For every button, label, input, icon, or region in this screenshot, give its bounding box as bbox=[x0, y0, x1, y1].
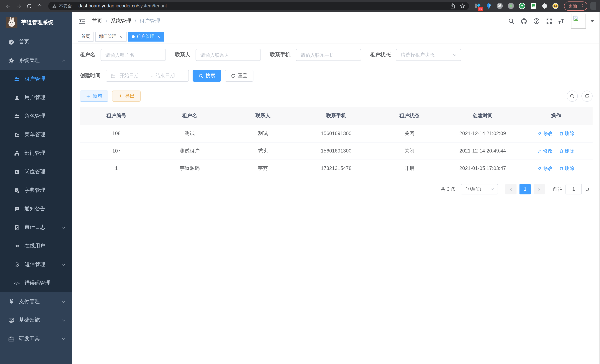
add-button-label: 新增 bbox=[93, 93, 103, 99]
breadcrumb-separator: / bbox=[106, 18, 107, 24]
tab-tenant[interactable]: 租户管理 × bbox=[128, 32, 164, 41]
sidebar-item-tenant[interactable]: 租户管理 bbox=[0, 70, 72, 88]
page-unit-label: 页 bbox=[585, 186, 590, 192]
start-date-placeholder: 开始日期 bbox=[120, 72, 148, 79]
delete-link[interactable]: 删除 bbox=[559, 165, 574, 172]
tenant-name-input[interactable] bbox=[101, 49, 166, 61]
sidebar-item-audit-log[interactable]: 审计日志 bbox=[0, 218, 72, 237]
sidebar-item-dict[interactable]: 字典管理 bbox=[0, 181, 72, 200]
export-button[interactable]: 导出 bbox=[112, 91, 141, 102]
trash-icon bbox=[559, 166, 564, 170]
avatar[interactable] bbox=[571, 14, 586, 28]
sidebar-item-sms[interactable]: 短信管理 bbox=[0, 255, 72, 274]
extension-y-icon[interactable]: Y bbox=[519, 3, 525, 9]
tab-home[interactable]: 首页 bbox=[78, 32, 94, 41]
breadcrumb-home[interactable]: 首页 bbox=[92, 18, 103, 25]
status-label: 租户状态 bbox=[370, 52, 396, 58]
prev-page-button[interactable]: ‹ bbox=[505, 184, 516, 194]
browser-home-button[interactable] bbox=[35, 1, 44, 10]
share-icon[interactable] bbox=[450, 3, 456, 9]
delete-link[interactable]: 删除 bbox=[559, 148, 574, 154]
font-size-icon[interactable]: TT bbox=[558, 18, 564, 25]
browser-update-button[interactable]: 更新 ⋮ bbox=[564, 1, 587, 10]
sidebar-item-user[interactable]: 用户管理 bbox=[0, 88, 72, 107]
browser-forward-button[interactable] bbox=[14, 1, 23, 10]
delete-link[interactable]: 删除 bbox=[559, 130, 574, 137]
sidebar-item-error-code[interactable]: </> 错误码管理 bbox=[0, 274, 72, 292]
header-search-icon[interactable] bbox=[508, 18, 515, 25]
briefcase-icon bbox=[8, 336, 14, 342]
browser-profile-chip[interactable] bbox=[590, 2, 596, 10]
edit-link[interactable]: 修改 bbox=[537, 165, 553, 172]
refresh-table-button[interactable] bbox=[581, 91, 593, 102]
extensions-puzzle-icon[interactable] bbox=[541, 3, 548, 9]
date-range-picker[interactable]: 开始日期 - 结束日期 bbox=[106, 70, 189, 82]
current-page[interactable]: 1 bbox=[519, 184, 531, 194]
security-warning-icon bbox=[52, 3, 57, 8]
cell-name: 测试 bbox=[153, 125, 226, 142]
refresh-icon bbox=[584, 93, 590, 99]
edit-link[interactable]: 修改 bbox=[537, 148, 553, 154]
sidebar-item-home[interactable]: 首页 bbox=[0, 33, 72, 51]
extension-command-icon[interactable]: ⌘ bbox=[497, 3, 503, 9]
sidebar-item-system[interactable]: 系统管理 bbox=[0, 51, 72, 70]
breadcrumb-system[interactable]: 系统管理 bbox=[111, 18, 131, 25]
pen-icon bbox=[537, 149, 542, 153]
sidebar-item-notice[interactable]: 通知公告 bbox=[0, 200, 72, 218]
browser-menu-icon[interactable]: ⋮ bbox=[580, 3, 584, 9]
reset-button[interactable]: 重置 bbox=[225, 70, 253, 82]
status-select[interactable]: 请选择租户状态 bbox=[396, 49, 461, 61]
bookmark-star-icon[interactable] bbox=[459, 3, 465, 9]
browser-back-button[interactable] bbox=[4, 1, 13, 10]
cell-phone: 15601691300 bbox=[300, 125, 373, 142]
window-scrollbar[interactable] bbox=[599, 12, 600, 364]
table-toolbar-right bbox=[563, 91, 593, 102]
address-bar[interactable]: 不安全 dashboard.yudao.iocoder.cn/system/te… bbox=[48, 2, 469, 10]
filter-tenant-name: 租户名 bbox=[80, 49, 166, 61]
users-icon bbox=[14, 76, 20, 82]
pen-icon bbox=[537, 166, 542, 170]
add-button[interactable]: 新增 bbox=[80, 91, 108, 102]
extension-chat-icon[interactable] bbox=[530, 3, 536, 9]
goto-label: 前往 bbox=[553, 186, 562, 192]
fullscreen-icon[interactable] bbox=[546, 18, 553, 25]
sidebar-item-payment[interactable]: ¥ 支付管理 bbox=[0, 292, 72, 311]
sidebar-item-post[interactable]: 岗位管理 bbox=[0, 162, 72, 181]
page-size-select[interactable]: 10条/页 bbox=[461, 184, 498, 194]
sidebar-item-label: 租户管理 bbox=[25, 76, 45, 82]
tab-dept[interactable]: 部门管理 × bbox=[95, 32, 127, 41]
next-page-button[interactable]: › bbox=[534, 184, 545, 194]
sidebar-item-online-users[interactable]: 在线用户 bbox=[0, 237, 72, 255]
extension-emoji-icon[interactable] bbox=[552, 3, 559, 9]
avatar-caret-icon[interactable] bbox=[590, 20, 594, 22]
extension-dot-icon[interactable] bbox=[508, 3, 514, 9]
url-path: /system/tenant bbox=[137, 3, 167, 9]
phone-input[interactable] bbox=[296, 49, 361, 61]
broken-image-icon bbox=[572, 15, 579, 22]
sidebar-item-role[interactable]: 角色管理 bbox=[0, 107, 72, 125]
sidebar-item-dept[interactable]: 部门管理 bbox=[0, 144, 72, 162]
browser-reload-button[interactable] bbox=[25, 1, 33, 10]
sidebar-fold-icon[interactable] bbox=[78, 18, 86, 25]
table-row: 1 芋道源码 芋艿 17321315478 开启 2021-01-05 17:0… bbox=[80, 159, 593, 177]
show-search-button[interactable] bbox=[567, 91, 578, 102]
goto-page-input[interactable] bbox=[565, 184, 582, 194]
close-icon[interactable]: × bbox=[156, 34, 161, 39]
document-pen-icon bbox=[14, 225, 20, 230]
column-header-contact: 联系人 bbox=[226, 107, 300, 125]
table-header-row: 租户编号 租户名 联系人 联系手机 租户状态 创建时间 操作 bbox=[80, 107, 593, 125]
sidebar-item-infra[interactable]: 基础设施 bbox=[0, 311, 72, 329]
org-chart-icon bbox=[14, 150, 20, 156]
edit-link[interactable]: 修改 bbox=[537, 130, 553, 137]
help-icon[interactable] bbox=[533, 18, 540, 25]
sidebar-item-label: 角色管理 bbox=[25, 113, 45, 120]
app-logo-row[interactable]: 芋道管理系统 bbox=[0, 12, 72, 33]
close-icon[interactable]: × bbox=[118, 34, 123, 39]
search-button[interactable]: 搜索 bbox=[193, 70, 221, 82]
extension-kite-icon[interactable] bbox=[485, 3, 492, 9]
contact-input[interactable] bbox=[196, 49, 261, 61]
sidebar-item-devtools[interactable]: 研发工具 bbox=[0, 329, 72, 348]
extension-grid-icon[interactable]: 10 bbox=[474, 3, 481, 9]
sidebar-item-menu[interactable]: 菜单管理 bbox=[0, 125, 72, 144]
github-icon[interactable] bbox=[521, 18, 527, 25]
